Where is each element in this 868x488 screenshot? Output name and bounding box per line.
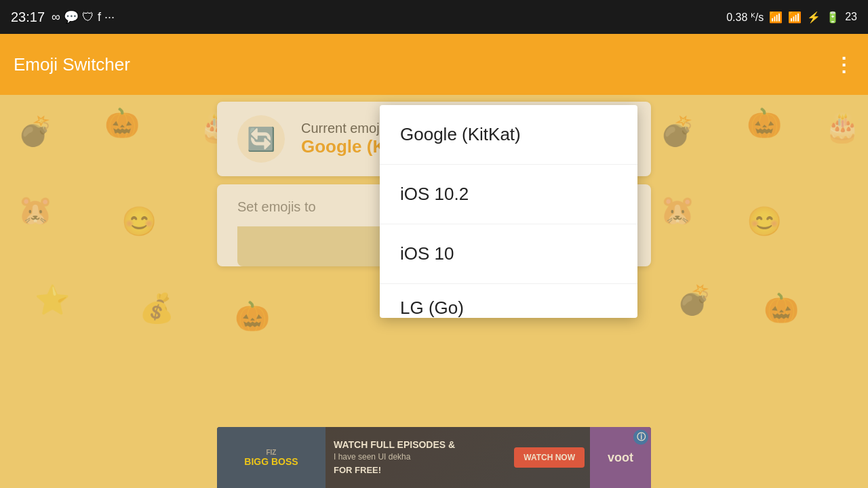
battery-level: 23: [845, 11, 857, 23]
signal-icon: 📶: [788, 11, 802, 24]
battery-icon: 🔋: [826, 11, 840, 24]
status-bar: 23:17 ∞ 💬 🛡 f ··· 0.38 ᴷ/s 📶 📶 ⚡ 🔋 23: [0, 0, 868, 34]
emoji-dropdown-menu: Google (KitKat) iOS 10.2 iOS 10 LG (Go): [380, 105, 637, 318]
battery-charging-icon: ⚡: [807, 11, 821, 24]
more-options-icon[interactable]: ⋮: [834, 54, 854, 76]
status-right: 0.38 ᴷ/s 📶 📶 ⚡ 🔋 23: [726, 11, 857, 24]
dropdown-item-ios-102[interactable]: iOS 10.2: [380, 165, 637, 224]
dropdown-item-ios-10[interactable]: iOS 10: [380, 224, 637, 284]
status-left: 23:17 ∞ 💬 🛡 f ···: [11, 9, 115, 25]
dropdown-item-google-kitkat[interactable]: Google (KitKat): [380, 105, 637, 165]
dropdown-item-lg-go[interactable]: LG (Go): [380, 284, 637, 318]
status-icons: ∞ 💬 🛡 f ···: [52, 9, 115, 24]
app-bar: Emoji Switcher ⋮: [0, 34, 868, 95]
network-speed: 0.38 ᴷ/s: [726, 11, 764, 24]
app-title: Emoji Switcher: [14, 54, 130, 75]
status-time: 23:17: [11, 9, 45, 25]
wifi-icon: 📶: [769, 11, 783, 24]
